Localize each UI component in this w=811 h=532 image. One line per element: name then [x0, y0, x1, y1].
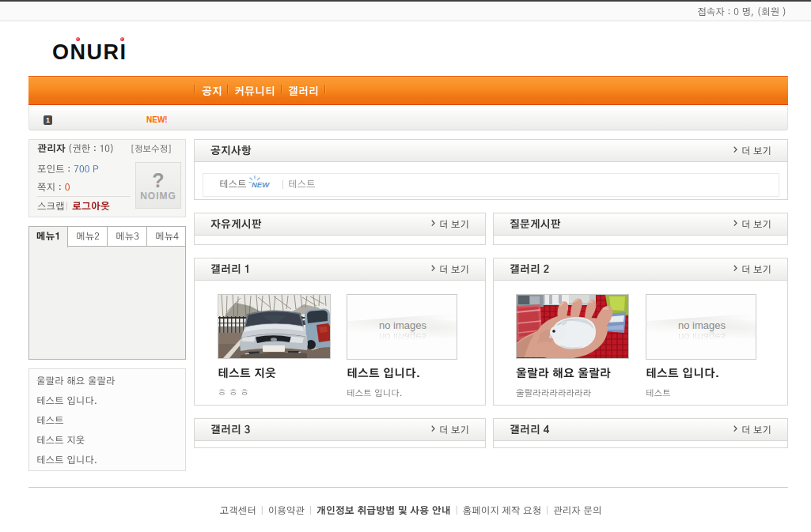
- svg-text:NEW: NEW: [252, 180, 270, 189]
